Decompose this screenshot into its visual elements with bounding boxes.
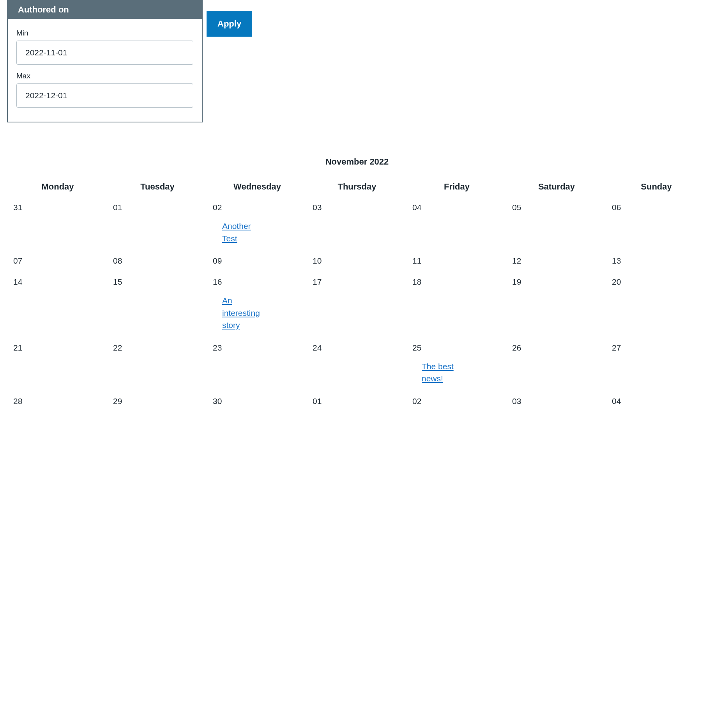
calendar-day-cell: 07 xyxy=(8,252,108,273)
calendar-day-cell: 24 xyxy=(307,339,407,393)
apply-button[interactable]: Apply xyxy=(207,11,252,37)
calendar-day-cell: 29 xyxy=(108,393,207,414)
calendar-day-cell: 23 xyxy=(207,339,307,393)
day-number: 16 xyxy=(213,277,307,287)
day-number: 25 xyxy=(412,343,507,352)
day-number: 07 xyxy=(13,256,108,266)
day-number: 02 xyxy=(412,397,507,406)
calendar-day-cell: 04 xyxy=(606,393,706,414)
day-number: 05 xyxy=(512,203,606,212)
authored-on-fieldset: Authored on Min Max xyxy=(7,0,203,122)
day-number: 04 xyxy=(612,397,706,406)
calendar-day-cell: 17 xyxy=(307,273,407,339)
day-number: 21 xyxy=(13,343,108,352)
calendar-day-cell: 19 xyxy=(507,273,606,339)
calendar-event-link[interactable]: Another Test xyxy=(222,220,263,244)
calendar-day-cell: 04 xyxy=(407,199,507,252)
calendar-day-cell: 26 xyxy=(507,339,606,393)
day-number: 28 xyxy=(13,397,108,406)
calendar-week-row: 310102Another Test03040506 xyxy=(8,199,706,252)
calendar-day-cell: 01 xyxy=(108,199,207,252)
day-number: 01 xyxy=(313,397,407,406)
calendar-day-cell: 25The best news! xyxy=(407,339,507,393)
day-number: 12 xyxy=(512,256,606,266)
calendar-day-cell: 20 xyxy=(606,273,706,339)
calendar-day-cell: 02 xyxy=(407,393,507,414)
day-number: 04 xyxy=(412,203,507,212)
day-number: 09 xyxy=(213,256,307,266)
day-number: 30 xyxy=(213,397,307,406)
calendar-day-cell: 05 xyxy=(507,199,606,252)
day-number: 06 xyxy=(612,203,706,212)
max-date-input[interactable] xyxy=(16,83,193,108)
day-number: 22 xyxy=(113,343,207,352)
min-date-input[interactable] xyxy=(16,41,193,65)
calendar-event-link[interactable]: The best news! xyxy=(422,360,463,385)
calendar-day-cell: 08 xyxy=(108,252,207,273)
calendar-day-cell: 02Another Test xyxy=(207,199,307,252)
calendar-table: MondayTuesdayWednesdayThursdayFridaySatu… xyxy=(8,178,706,414)
day-number: 10 xyxy=(313,256,407,266)
calendar-day-cell: 22 xyxy=(108,339,207,393)
calendar-day-cell: 16An interesting story xyxy=(207,273,307,339)
calendar-day-cell: 09 xyxy=(207,252,307,273)
calendar-event-link[interactable]: An interesting story xyxy=(222,294,263,331)
day-number: 13 xyxy=(612,256,706,266)
day-number: 02 xyxy=(213,203,307,212)
day-number: 23 xyxy=(213,343,307,352)
calendar-day-cell: 28 xyxy=(8,393,108,414)
day-number: 24 xyxy=(313,343,407,352)
day-number: 03 xyxy=(512,397,606,406)
calendar-day-cell: 21 xyxy=(8,339,108,393)
weekday-header: Tuesday xyxy=(108,178,207,199)
calendar-day-cell: 27 xyxy=(606,339,706,393)
weekday-header: Wednesday xyxy=(207,178,307,199)
day-number: 15 xyxy=(113,277,207,287)
calendar-week-row: 141516An interesting story17181920 xyxy=(8,273,706,339)
day-number: 01 xyxy=(113,203,207,212)
calendar-day-cell: 03 xyxy=(307,199,407,252)
calendar-title: November 2022 xyxy=(8,157,706,167)
day-number: 19 xyxy=(512,277,606,287)
day-number: 14 xyxy=(13,277,108,287)
weekday-header: Thursday xyxy=(307,178,407,199)
fieldset-title: Authored on xyxy=(8,1,202,19)
calendar-day-cell: 11 xyxy=(407,252,507,273)
calendar-day-cell: 15 xyxy=(108,273,207,339)
day-number: 11 xyxy=(412,256,507,266)
min-label: Min xyxy=(16,29,193,37)
calendar-day-cell: 13 xyxy=(606,252,706,273)
calendar-day-cell: 31 xyxy=(8,199,108,252)
day-number: 26 xyxy=(512,343,606,352)
day-number: 31 xyxy=(13,203,108,212)
calendar-day-cell: 01 xyxy=(307,393,407,414)
day-number: 18 xyxy=(412,277,507,287)
calendar-day-cell: 14 xyxy=(8,273,108,339)
weekday-header: Saturday xyxy=(507,178,606,199)
calendar-day-cell: 06 xyxy=(606,199,706,252)
day-number: 29 xyxy=(113,397,207,406)
calendar-day-cell: 12 xyxy=(507,252,606,273)
day-number: 20 xyxy=(612,277,706,287)
max-label: Max xyxy=(16,72,193,80)
weekday-header: Friday xyxy=(407,178,507,199)
calendar-week-row: 07080910111213 xyxy=(8,252,706,273)
calendar-week-row: 2122232425The best news!2627 xyxy=(8,339,706,393)
calendar-day-cell: 30 xyxy=(207,393,307,414)
weekday-header: Monday xyxy=(8,178,108,199)
day-number: 17 xyxy=(313,277,407,287)
day-number: 08 xyxy=(113,256,207,266)
day-number: 03 xyxy=(313,203,407,212)
weekday-header: Sunday xyxy=(606,178,706,199)
calendar-day-cell: 10 xyxy=(307,252,407,273)
calendar-week-row: 28293001020304 xyxy=(8,393,706,414)
calendar-day-cell: 18 xyxy=(407,273,507,339)
day-number: 27 xyxy=(612,343,706,352)
calendar-day-cell: 03 xyxy=(507,393,606,414)
